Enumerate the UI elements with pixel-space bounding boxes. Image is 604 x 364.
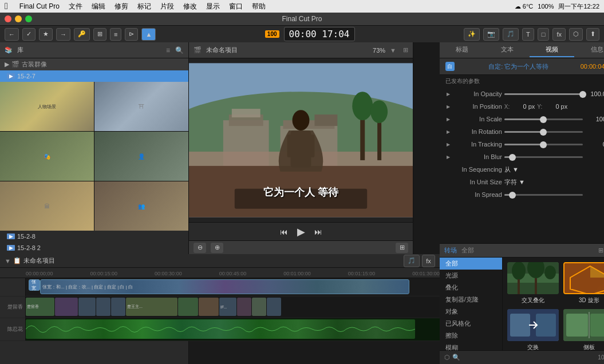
library-search-icon[interactable]: 🔍 <box>175 46 184 55</box>
play-button[interactable]: ▶ <box>297 225 305 238</box>
clip-2-2[interactable] <box>55 298 78 316</box>
zoom-out-button[interactable]: ⊖ <box>194 243 206 253</box>
track-content-video[interactable]: 张宽 张宽：和... | 自定：吹... | 自定 | 自定 | 白 | 白 <box>26 278 440 296</box>
trans-side[interactable]: 侧板 <box>563 309 604 350</box>
clip-2-4[interactable] <box>96 298 110 316</box>
goto-start-button[interactable]: ⏮ <box>280 227 288 236</box>
filter-wipe[interactable]: 擦除 <box>440 330 502 342</box>
clip-2-8[interactable] <box>199 298 219 316</box>
menu-app-name[interactable]: Final Cut Pro <box>19 2 60 10</box>
clip-2-7[interactable] <box>178 298 198 316</box>
trans-3dshape[interactable]: 3D 旋形 <box>563 262 604 304</box>
clip-track-main[interactable]: 张宽：和... | 自定：吹... | 自定 | 自定 | 白 | 白 <box>40 279 409 294</box>
menu-help[interactable]: 帮助 <box>252 2 266 11</box>
tab-transitions[interactable]: 转场 <box>444 246 457 255</box>
menu-view[interactable]: 显示 <box>206 2 220 11</box>
spread-slider[interactable] <box>504 194 583 196</box>
thumb-4[interactable]: 👤 <box>94 132 188 181</box>
tool-next[interactable]: → <box>56 28 70 41</box>
library-sort[interactable]: ≡ <box>166 46 170 54</box>
trans-swap[interactable]: 交换 <box>507 309 559 350</box>
opacity-slider[interactable] <box>504 93 583 95</box>
tool-trans[interactable]: ⬡ <box>569 28 583 41</box>
sequencing-value[interactable]: 从 ▼ <box>504 165 519 174</box>
tool-cam[interactable]: 📷 <box>483 28 499 41</box>
filter-blur[interactable]: 模糊 <box>440 342 502 350</box>
library-item-15-2-7-1[interactable]: ▶ 15-2-8 <box>0 231 188 242</box>
filter-replicator[interactable]: 复制器/克隆 <box>440 294 502 306</box>
tracking-arrow[interactable]: ▶ <box>445 141 451 147</box>
thumb-1[interactable]: 人物场景 <box>0 82 94 131</box>
filter-object[interactable]: 对象 <box>440 306 502 318</box>
clip-1[interactable]: 张宽 <box>29 279 40 291</box>
menu-clip[interactable]: 片段 <box>160 2 174 11</box>
timeline-expand[interactable]: ▼ <box>5 258 11 264</box>
thumb-2[interactable]: ⛩ <box>94 82 188 131</box>
clip-2-5[interactable] <box>111 298 125 316</box>
tool-check[interactable]: ✓ <box>22 28 35 41</box>
tab-all[interactable]: 全部 <box>461 246 474 255</box>
tool-grid[interactable]: ⊞ <box>93 28 106 41</box>
fullscreen-button[interactable]: ⊞ <box>396 243 408 253</box>
goto-end-button[interactable]: ⏭ <box>314 227 322 236</box>
spread-thumb[interactable] <box>509 192 516 199</box>
maximize-button[interactable] <box>25 15 32 22</box>
position-arrow[interactable]: ▶ <box>445 104 451 109</box>
tool-audio[interactable]: 🎵 <box>503 28 519 41</box>
trans-crossdissolve[interactable]: 交叉叠化 <box>507 262 559 304</box>
clip-2-9[interactable]: IF... <box>219 298 236 316</box>
tool-list[interactable]: ≡ <box>110 28 121 41</box>
close-button[interactable] <box>5 15 11 22</box>
tab-title[interactable]: 标题 <box>440 43 485 57</box>
tool-bg[interactable]: □ <box>538 28 550 41</box>
menu-trim[interactable]: 修剪 <box>115 2 128 11</box>
clip-2-3[interactable] <box>78 298 96 316</box>
preview-zoom[interactable]: 73% <box>373 47 385 54</box>
tab-text[interactable]: 文本 <box>484 43 530 57</box>
scale-arrow[interactable]: ▶ <box>445 116 451 122</box>
clip-2-10[interactable] <box>237 298 251 316</box>
blur-thumb[interactable] <box>509 154 516 161</box>
trans-footer-search[interactable]: 🔍 <box>452 354 460 361</box>
scale-thumb[interactable] <box>540 116 547 123</box>
opacity-arrow[interactable]: ▶ <box>445 91 451 97</box>
library-item-15-2-7[interactable]: ▶ 15-2-7 <box>0 70 188 82</box>
tool-magic[interactable]: ✨ <box>464 28 480 41</box>
thumb-6[interactable]: 👥 <box>94 181 188 231</box>
preview-zoom-arrow[interactable]: ▼ <box>390 47 396 54</box>
tool-star[interactable]: ★ <box>39 28 53 41</box>
thumb-5[interactable]: 🏛 <box>0 181 94 231</box>
filter-all[interactable]: 全部 <box>440 258 502 270</box>
tool-fx[interactable]: fx <box>552 28 566 41</box>
cursor-tool[interactable]: ▲ <box>141 28 156 41</box>
trans-grid-view[interactable]: ⊞ <box>598 247 603 254</box>
audio-waveform[interactable] <box>26 319 415 339</box>
blur-slider[interactable] <box>504 156 583 158</box>
blur-arrow[interactable]: ▶ <box>445 154 451 160</box>
clip-2-6[interactable]: 楚王主... <box>126 298 177 316</box>
menu-file[interactable]: 文件 <box>69 2 82 11</box>
timeline-audio[interactable]: 🎵 <box>404 255 420 267</box>
preview-fit[interactable]: ⊞ <box>403 46 408 54</box>
clip-2-12[interactable] <box>267 298 281 316</box>
opacity-thumb[interactable] <box>579 91 586 98</box>
filter-light[interactable]: 光源 <box>440 270 502 282</box>
clip-2-1[interactable]: 楚留香 <box>26 298 54 316</box>
tool-share[interactable]: ⬆ <box>586 28 599 41</box>
tool-title[interactable]: T <box>522 28 534 41</box>
zoom-in-button[interactable]: ⊕ <box>211 243 223 253</box>
menu-mark[interactable]: 标记 <box>137 2 151 11</box>
menu-window[interactable]: 窗口 <box>229 2 243 11</box>
scale-slider[interactable] <box>504 118 583 120</box>
menu-modify[interactable]: 修改 <box>183 2 197 11</box>
tab-info[interactable]: 信息 <box>574 43 604 57</box>
unitsize-value[interactable]: 字符 ▼ <box>504 178 525 187</box>
rotation-arrow[interactable]: ▶ <box>445 129 451 134</box>
tool-prev[interactable]: ← <box>5 28 19 41</box>
timeline-fx[interactable]: fx <box>422 255 435 267</box>
menu-edit[interactable]: 编辑 <box>92 2 105 11</box>
tool-expand[interactable]: ⊳ <box>125 28 138 41</box>
thumb-3[interactable]: 🎭 <box>0 132 94 181</box>
tracking-slider[interactable] <box>504 144 583 145</box>
clip-2-11[interactable] <box>252 298 266 316</box>
